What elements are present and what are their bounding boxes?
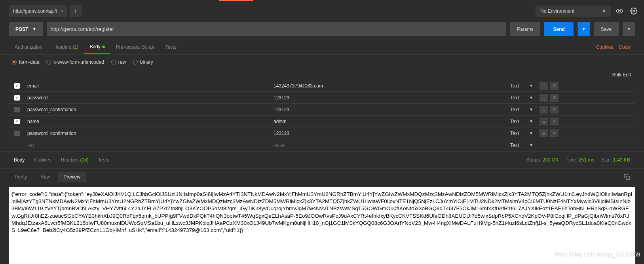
row-value[interactable]: admin — [270, 119, 508, 124]
row-checkbox-wrap: ✓ — [9, 83, 25, 89]
url-input[interactable] — [47, 22, 506, 36]
save-dropdown-button[interactable]: ▼ — [623, 22, 635, 36]
tab-label: Pre-request Script — [116, 44, 154, 50]
radio-icon — [46, 60, 51, 65]
type-label: Text — [510, 107, 519, 112]
row-checkbox[interactable]: ✓ — [14, 83, 20, 89]
row-value[interactable]: 123123 — [270, 131, 508, 136]
row-value[interactable]: 123123 — [270, 107, 508, 112]
response-tab-headers[interactable]: Headers (10) — [56, 155, 93, 165]
table-row: password_confirmation 123123 Text▼ ≡ ✕ — [9, 104, 635, 116]
send-dropdown-button[interactable]: ▼ — [578, 22, 590, 36]
code-link[interactable]: Code — [619, 44, 630, 50]
row-checkbox-wrap: ✓ — [9, 95, 25, 101]
row-type-select[interactable]: Text▼ — [508, 107, 536, 112]
row-key[interactable]: password_confirmation — [25, 131, 270, 136]
close-icon: ✕ — [553, 131, 556, 136]
method-select[interactable]: POST ▼ — [9, 22, 43, 36]
params-button[interactable]: Params — [510, 22, 540, 36]
type-label: Text — [510, 95, 519, 101]
row-key[interactable]: password_confirmation — [25, 107, 270, 112]
add-tab-button[interactable]: + — [70, 5, 82, 17]
radio-form-data[interactable]: form-data — [12, 59, 39, 65]
chevron-down-icon: ▼ — [582, 27, 586, 31]
view-pretty[interactable]: Pretty — [9, 172, 32, 182]
response-tab-tests[interactable]: Tests — [93, 155, 114, 165]
tab-label: Preview — [63, 174, 80, 180]
close-icon: ✕ — [553, 119, 556, 124]
chevron-down-icon: ▼ — [529, 119, 533, 123]
status-value: 200 OK — [542, 157, 559, 163]
form-data-table: ✓ email 1432497379@163.com Text▼ ≡ ✕ ✓ p… — [0, 80, 644, 151]
environment-quicklook-button[interactable] — [614, 6, 625, 17]
row-actions: ≡ ✕ — [540, 94, 559, 102]
row-actions: ≡ ✕ — [540, 82, 559, 90]
tab-authorization[interactable]: Authorization — [9, 40, 48, 54]
environment-select[interactable]: No Environment ▼ — [536, 6, 611, 17]
tab-label: Headers — [53, 44, 71, 50]
row-key[interactable]: email — [25, 83, 270, 89]
row-type-select[interactable]: Text▼ — [508, 95, 536, 101]
copy-icon — [624, 174, 630, 180]
row-checkbox[interactable]: ✓ — [14, 95, 20, 101]
row-key-placeholder[interactable]: key — [25, 142, 270, 148]
request-tab[interactable]: http://gems.com/api/i × — [9, 5, 67, 17]
radio-urlencoded[interactable]: x-www-form-urlencoded — [46, 59, 104, 65]
response-tab-cookies[interactable]: Cookies — [29, 155, 56, 165]
tab-label: Headers — [61, 157, 79, 163]
response-tab-body[interactable]: Body — [9, 155, 29, 165]
row-checkbox[interactable] — [14, 107, 20, 112]
tab-headers[interactable]: Headers (1) — [48, 40, 84, 54]
row-delete-button[interactable]: ✕ — [550, 82, 559, 90]
drag-icon: ≡ — [543, 95, 545, 100]
row-type-select[interactable]: Text▼ — [508, 142, 536, 148]
params-label: Params — [517, 27, 533, 32]
response-section-tabs: Body Cookies Headers (10) Tests Status: … — [0, 151, 644, 169]
request-bar: POST ▼ Params Send ▼ Save ▼ — [0, 18, 644, 40]
tab-label: Raw — [40, 174, 50, 180]
row-type-select[interactable]: Text▼ — [508, 83, 536, 89]
row-delete-button[interactable]: ✕ — [550, 118, 559, 125]
type-label: Text — [510, 142, 519, 148]
settings-button[interactable] — [628, 6, 639, 17]
cookies-link[interactable]: Cookies — [596, 44, 613, 50]
top-bar — [0, 0, 644, 4]
request-tab-label: http://gems.com/api/i — [13, 8, 57, 14]
radio-icon — [12, 60, 17, 65]
row-drag-button[interactable]: ≡ — [540, 106, 548, 114]
request-links: Cookies Code — [596, 44, 635, 50]
save-button[interactable]: Save — [594, 22, 619, 36]
row-value[interactable]: 123123 — [270, 95, 508, 101]
row-checkbox[interactable] — [14, 131, 20, 136]
copy-response-button[interactable] — [624, 174, 635, 180]
row-type-select[interactable]: Text▼ — [508, 131, 536, 136]
row-value[interactable]: 1432497379@163.com — [270, 83, 508, 89]
bulk-edit-button[interactable]: Bulk Edit — [608, 70, 635, 80]
send-button[interactable]: Send — [544, 22, 573, 36]
row-type-select[interactable]: Text▼ — [508, 119, 536, 124]
row-delete-button[interactable]: ✕ — [550, 129, 559, 137]
row-drag-button[interactable]: ≡ — [540, 118, 548, 125]
row-actions: ≡ ✕ — [540, 118, 559, 125]
close-icon: ✕ — [553, 95, 556, 100]
row-delete-button[interactable]: ✕ — [550, 106, 559, 114]
row-delete-button[interactable]: ✕ — [550, 94, 559, 102]
tab-body[interactable]: Body — [84, 40, 110, 54]
view-preview[interactable]: Preview — [58, 172, 86, 182]
row-checkbox-wrap: ✓ — [9, 119, 25, 124]
row-checkbox[interactable]: ✓ — [14, 119, 20, 124]
tab-tests[interactable]: Tests — [160, 40, 182, 54]
tab-prerequest[interactable]: Pre-request Script — [110, 40, 160, 54]
radio-raw[interactable]: raw — [111, 59, 126, 65]
view-raw[interactable]: Raw — [35, 172, 55, 182]
tab-label: Cookies — [34, 157, 51, 163]
row-drag-button[interactable]: ≡ — [540, 94, 548, 102]
tab-label: Body — [14, 157, 25, 163]
row-value-placeholder[interactable]: value — [270, 142, 508, 148]
row-drag-button[interactable]: ≡ — [540, 82, 548, 90]
row-drag-button[interactable]: ≡ — [540, 129, 548, 137]
row-key[interactable]: name — [25, 119, 270, 124]
row-key[interactable]: password — [25, 95, 270, 101]
close-icon[interactable]: × — [60, 8, 63, 14]
radio-binary[interactable]: binary — [133, 59, 153, 65]
